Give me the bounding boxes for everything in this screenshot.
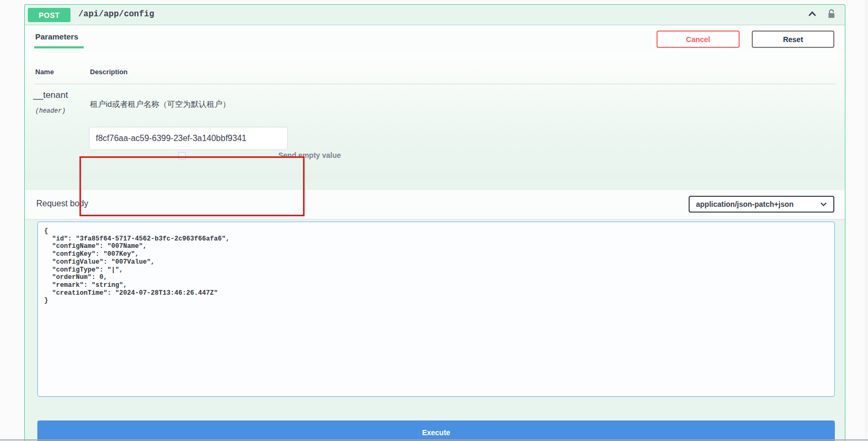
operation-block-post: POST /api/app/config	[24, 4, 845, 441]
swagger-page: POST /api/app/config	[0, 0, 868, 441]
endpoint-path: /api/app/config	[78, 9, 154, 19]
window-bottom-edge	[0, 439, 868, 440]
cancel-button[interactable]: Cancel	[657, 31, 740, 48]
authorize-button[interactable]	[825, 8, 837, 21]
unlock-icon	[826, 8, 837, 22]
chevron-up-icon	[806, 8, 818, 22]
content-type-value: application/json-patch+json	[696, 200, 815, 208]
parameter-description: 租户id或者租户名称（可空为默认租户）	[90, 99, 230, 109]
execute-button[interactable]: Execute	[37, 420, 835, 441]
collapse-button[interactable]	[806, 8, 819, 21]
send-empty-value-checkbox[interactable]	[178, 152, 186, 159]
reset-button[interactable]: Reset	[752, 31, 834, 48]
content-type-select[interactable]: application/json-patch+json	[689, 196, 834, 213]
request-body-editor[interactable]: { "id": "3fa85f64-5717-4562-b3fc-2c963f6…	[37, 222, 835, 397]
parameter-name: __tenant	[33, 90, 68, 101]
operation-summary[interactable]: POST /api/app/config	[25, 5, 845, 25]
http-method-badge: POST	[28, 8, 70, 22]
column-header-name: Name	[35, 68, 54, 76]
request-body-section-header: Request body application/json-patch+json	[25, 190, 845, 219]
scrollbar-track[interactable]	[866, 0, 866, 441]
send-empty-value-label: Send empty value	[278, 151, 341, 159]
tab-parameters[interactable]: Parameters	[34, 32, 84, 48]
parameters-table: Name Description __tenant (header) 租户id或…	[25, 53, 845, 181]
parameters-section-header: Parameters Cancel Reset	[25, 25, 845, 53]
tenant-value-input[interactable]	[89, 127, 288, 150]
parameter-location: (header)	[35, 107, 66, 115]
request-body-label: Request body	[36, 199, 88, 208]
column-header-description: Description	[90, 68, 128, 76]
chevron-down-icon	[820, 200, 827, 208]
table-header-divider	[34, 84, 835, 84]
